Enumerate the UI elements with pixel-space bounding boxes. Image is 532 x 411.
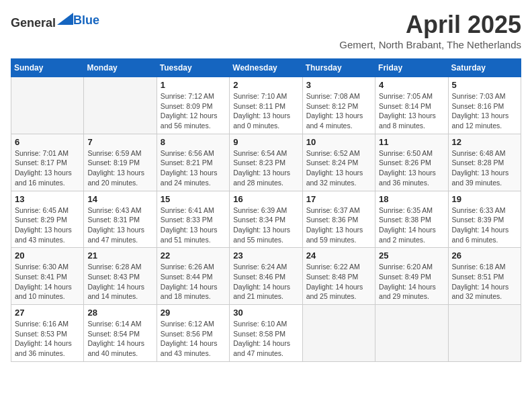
day-number: 16 — [233, 194, 298, 204]
day-info: Sunrise: 7:10 AM Sunset: 8:11 PM Dayligh… — [233, 91, 298, 131]
day-number: 13 — [15, 194, 80, 204]
svg-marker-0 — [57, 13, 73, 25]
calendar-cell: 1Sunrise: 7:12 AM Sunset: 8:09 PM Daylig… — [157, 77, 229, 134]
day-info: Sunrise: 6:14 AM Sunset: 8:54 PM Dayligh… — [87, 319, 152, 359]
day-info: Sunrise: 6:45 AM Sunset: 8:29 PM Dayligh… — [15, 205, 80, 245]
calendar-cell: 17Sunrise: 6:37 AM Sunset: 8:36 PM Dayli… — [302, 191, 375, 248]
day-info: Sunrise: 6:39 AM Sunset: 8:34 PM Dayligh… — [233, 205, 298, 245]
calendar-cell: 2Sunrise: 7:10 AM Sunset: 8:11 PM Daylig… — [230, 77, 302, 134]
calendar-body: 1Sunrise: 7:12 AM Sunset: 8:09 PM Daylig… — [11, 77, 521, 362]
day-number: 20 — [15, 250, 80, 261]
calendar-week-row: 27Sunrise: 6:16 AM Sunset: 8:53 PM Dayli… — [11, 305, 521, 362]
day-info: Sunrise: 6:30 AM Sunset: 8:41 PM Dayligh… — [15, 262, 80, 302]
day-info: Sunrise: 6:43 AM Sunset: 8:31 PM Dayligh… — [87, 205, 152, 245]
day-info: Sunrise: 7:01 AM Sunset: 8:17 PM Dayligh… — [15, 148, 80, 188]
weekday-header-sunday: Sunday — [11, 59, 84, 77]
calendar-cell: 8Sunrise: 6:56 AM Sunset: 8:21 PM Daylig… — [157, 134, 229, 191]
calendar-cell: 15Sunrise: 6:41 AM Sunset: 8:33 PM Dayli… — [157, 191, 229, 248]
day-info: Sunrise: 6:12 AM Sunset: 8:56 PM Dayligh… — [161, 319, 226, 359]
calendar-table: SundayMondayTuesdayWednesdayThursdayFrid… — [11, 58, 521, 362]
day-info: Sunrise: 6:16 AM Sunset: 8:53 PM Dayligh… — [15, 319, 80, 359]
logo-blue-text: Blue — [73, 13, 99, 27]
calendar-cell: 11Sunrise: 6:50 AM Sunset: 8:26 PM Dayli… — [375, 134, 448, 191]
logo-icon — [57, 11, 73, 27]
day-number: 2 — [233, 80, 298, 90]
calendar-cell: 4Sunrise: 7:05 AM Sunset: 8:14 PM Daylig… — [375, 77, 448, 134]
day-number: 22 — [161, 250, 226, 261]
day-info: Sunrise: 6:26 AM Sunset: 8:44 PM Dayligh… — [161, 262, 226, 302]
calendar-week-row: 1Sunrise: 7:12 AM Sunset: 8:09 PM Daylig… — [11, 77, 521, 134]
day-number: 26 — [452, 250, 517, 261]
logo: General Blue — [11, 11, 99, 30]
day-number: 1 — [161, 80, 226, 90]
calendar-cell: 9Sunrise: 6:54 AM Sunset: 8:23 PM Daylig… — [230, 134, 302, 191]
day-info: Sunrise: 6:48 AM Sunset: 8:28 PM Dayligh… — [452, 148, 517, 188]
day-number: 6 — [15, 137, 80, 147]
calendar-cell — [302, 305, 375, 362]
day-info: Sunrise: 7:08 AM Sunset: 8:12 PM Dayligh… — [306, 91, 371, 131]
day-number: 29 — [161, 308, 226, 318]
day-info: Sunrise: 6:52 AM Sunset: 8:24 PM Dayligh… — [306, 148, 371, 188]
calendar-cell: 6Sunrise: 7:01 AM Sunset: 8:17 PM Daylig… — [11, 134, 84, 191]
day-number: 15 — [161, 194, 226, 204]
day-info: Sunrise: 6:10 AM Sunset: 8:58 PM Dayligh… — [233, 319, 298, 359]
calendar-cell: 23Sunrise: 6:24 AM Sunset: 8:46 PM Dayli… — [230, 248, 302, 305]
day-number: 27 — [15, 308, 80, 318]
calendar-cell: 3Sunrise: 7:08 AM Sunset: 8:12 PM Daylig… — [302, 77, 375, 134]
calendar-cell — [448, 305, 521, 362]
day-info: Sunrise: 6:20 AM Sunset: 8:49 PM Dayligh… — [379, 262, 444, 302]
day-info: Sunrise: 6:37 AM Sunset: 8:36 PM Dayligh… — [306, 205, 371, 245]
calendar-cell: 14Sunrise: 6:43 AM Sunset: 8:31 PM Dayli… — [84, 191, 157, 248]
weekday-header-saturday: Saturday — [448, 59, 521, 77]
day-number: 11 — [379, 137, 444, 147]
calendar-week-row: 13Sunrise: 6:45 AM Sunset: 8:29 PM Dayli… — [11, 191, 521, 248]
calendar-cell: 13Sunrise: 6:45 AM Sunset: 8:29 PM Dayli… — [11, 191, 84, 248]
weekday-header-tuesday: Tuesday — [157, 59, 229, 77]
day-number: 18 — [379, 194, 444, 204]
day-number: 14 — [87, 194, 152, 204]
day-number: 24 — [306, 250, 371, 261]
day-info: Sunrise: 6:59 AM Sunset: 8:19 PM Dayligh… — [87, 148, 152, 188]
calendar-cell: 12Sunrise: 6:48 AM Sunset: 8:28 PM Dayli… — [448, 134, 521, 191]
day-info: Sunrise: 7:05 AM Sunset: 8:14 PM Dayligh… — [379, 91, 444, 131]
calendar-cell: 22Sunrise: 6:26 AM Sunset: 8:44 PM Dayli… — [157, 248, 229, 305]
calendar-cell: 29Sunrise: 6:12 AM Sunset: 8:56 PM Dayli… — [157, 305, 229, 362]
calendar-cell: 20Sunrise: 6:30 AM Sunset: 8:41 PM Dayli… — [11, 248, 84, 305]
day-number: 5 — [452, 80, 517, 90]
calendar-cell: 21Sunrise: 6:28 AM Sunset: 8:43 PM Dayli… — [84, 248, 157, 305]
calendar-cell: 5Sunrise: 7:03 AM Sunset: 8:16 PM Daylig… — [448, 77, 521, 134]
calendar-cell — [11, 77, 84, 134]
day-number: 8 — [161, 137, 226, 147]
weekday-header-monday: Monday — [84, 59, 157, 77]
day-number: 7 — [87, 137, 152, 147]
day-number: 28 — [87, 308, 152, 318]
location-subtitle: Gemert, North Brabant, The Netherlands — [339, 39, 521, 50]
day-info: Sunrise: 6:22 AM Sunset: 8:48 PM Dayligh… — [306, 262, 371, 302]
calendar-cell: 27Sunrise: 6:16 AM Sunset: 8:53 PM Dayli… — [11, 305, 84, 362]
calendar-cell: 19Sunrise: 6:33 AM Sunset: 8:39 PM Dayli… — [448, 191, 521, 248]
day-number: 30 — [233, 308, 298, 318]
weekday-header-friday: Friday — [375, 59, 448, 77]
calendar-cell: 26Sunrise: 6:18 AM Sunset: 8:51 PM Dayli… — [448, 248, 521, 305]
day-info: Sunrise: 7:03 AM Sunset: 8:16 PM Dayligh… — [452, 91, 517, 131]
day-number: 4 — [379, 80, 444, 90]
month-title: April 2025 — [339, 11, 521, 39]
calendar-cell: 30Sunrise: 6:10 AM Sunset: 8:58 PM Dayli… — [230, 305, 302, 362]
weekday-header-wednesday: Wednesday — [230, 59, 302, 77]
calendar-cell — [84, 77, 157, 134]
calendar-week-row: 20Sunrise: 6:30 AM Sunset: 8:41 PM Dayli… — [11, 248, 521, 305]
day-number: 10 — [306, 137, 371, 147]
day-info: Sunrise: 6:41 AM Sunset: 8:33 PM Dayligh… — [161, 205, 226, 245]
calendar-cell: 10Sunrise: 6:52 AM Sunset: 8:24 PM Dayli… — [302, 134, 375, 191]
day-number: 25 — [379, 250, 444, 261]
day-info: Sunrise: 6:33 AM Sunset: 8:39 PM Dayligh… — [452, 205, 517, 245]
day-number: 17 — [306, 194, 371, 204]
day-info: Sunrise: 6:56 AM Sunset: 8:21 PM Dayligh… — [161, 148, 226, 188]
day-info: Sunrise: 7:12 AM Sunset: 8:09 PM Dayligh… — [161, 91, 226, 131]
day-info: Sunrise: 6:28 AM Sunset: 8:43 PM Dayligh… — [87, 262, 152, 302]
title-block: April 2025 Gemert, North Brabant, The Ne… — [339, 11, 521, 50]
day-number: 19 — [452, 194, 517, 204]
day-number: 3 — [306, 80, 371, 90]
calendar-cell: 25Sunrise: 6:20 AM Sunset: 8:49 PM Dayli… — [375, 248, 448, 305]
calendar-cell: 18Sunrise: 6:35 AM Sunset: 8:38 PM Dayli… — [375, 191, 448, 248]
